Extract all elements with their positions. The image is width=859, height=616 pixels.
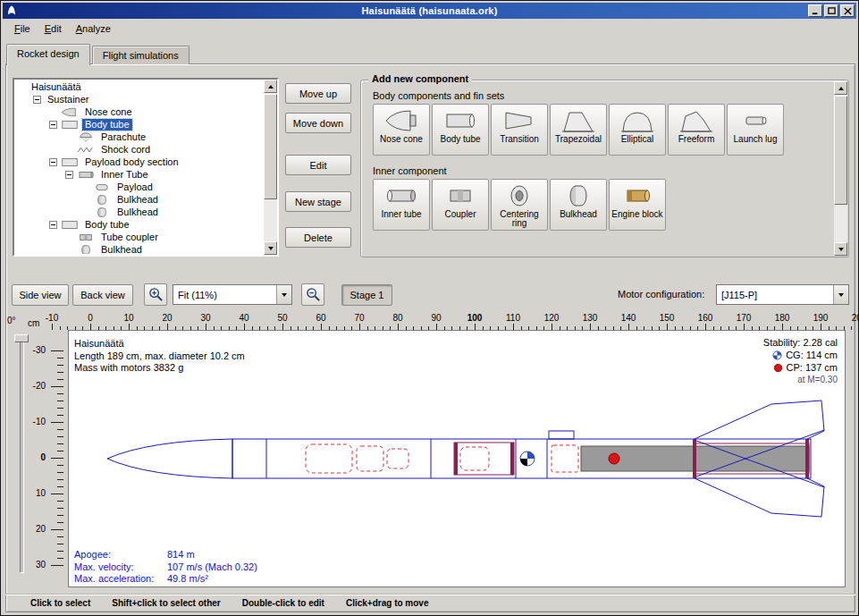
ruler-tick (436, 324, 437, 330)
ruler-tick (57, 408, 63, 409)
add-panel-scrollbar[interactable] (834, 81, 847, 256)
tree-item-label[interactable]: Parachute (98, 131, 148, 143)
move-up-button[interactable]: Move up (285, 83, 351, 104)
menu-analyze[interactable]: Analyze (69, 21, 118, 37)
chevron-down-icon[interactable] (276, 285, 291, 304)
tree-item-bulkhead[interactable]: Bulkhead (15, 243, 263, 254)
scroll-up-button[interactable] (834, 81, 847, 95)
statusbar: Click to selectShift+click to select oth… (5, 594, 855, 611)
add-centering-ring-button[interactable]: Centering ring (491, 179, 548, 231)
centering-ring-shape[interactable] (693, 439, 696, 478)
bulkhead-shape[interactable] (454, 443, 458, 475)
delete-button[interactable]: Delete (285, 227, 351, 248)
tree-item-tube-coupler[interactable]: Tube coupler (15, 231, 263, 243)
add-launch-lug-button[interactable]: Launch lug (727, 104, 784, 156)
scroll-down-button[interactable] (834, 242, 847, 256)
payload-shape[interactable] (460, 447, 489, 470)
parachute-shape[interactable] (306, 444, 352, 473)
tree-item-payload[interactable]: Payload (15, 181, 263, 193)
ruler-tick (206, 324, 206, 330)
motor-configuration-combobox[interactable]: [J115-P] (716, 284, 849, 305)
tree-item-nose-cone[interactable]: Nose cone (15, 105, 263, 118)
tube-coupler-shape[interactable] (552, 445, 578, 472)
ruler-tick (851, 326, 852, 330)
tree-item-label[interactable]: Inner Tube (98, 169, 151, 181)
lower-fin-shape[interactable] (695, 478, 824, 517)
chevron-down-icon[interactable] (833, 285, 848, 304)
tree-item-label[interactable]: Payload body section (82, 156, 181, 168)
add-engine-block-button[interactable]: Engine block (609, 179, 666, 231)
tree-item-label[interactable]: Body tube (82, 119, 132, 131)
new-stage-button[interactable]: New stage (285, 191, 351, 212)
tree-expander-icon[interactable] (49, 221, 57, 229)
tree-item-payload-body-section[interactable]: Payload body section (15, 156, 263, 168)
tree-item-label[interactable]: Bulkhead (114, 194, 161, 206)
scroll-up-button[interactable] (264, 80, 277, 93)
tree-item-bulkhead[interactable]: Bulkhead (15, 193, 263, 206)
rocket-canvas[interactable]: Haisunäätä Length 189 cm, max. diameter … (68, 330, 846, 587)
add-elliptical-button[interactable]: Elliptical (609, 104, 666, 156)
add-freeform-button[interactable]: Freeform (668, 104, 725, 156)
tree-expander-icon[interactable] (49, 121, 57, 129)
tree-item-body-tube[interactable]: Body tube (15, 118, 263, 131)
tab-flight-simulations[interactable]: Flight simulations (92, 46, 189, 64)
tree-item-label[interactable]: Nose cone (82, 106, 135, 118)
tree-expander-icon[interactable] (49, 158, 57, 166)
tree-item-inner-tube[interactable]: Inner Tube (15, 168, 263, 181)
tab-rocket-design[interactable]: Rocket design (6, 44, 90, 65)
tree-item-label[interactable]: Payload (114, 181, 156, 193)
add-transition-button[interactable]: Transition (491, 104, 548, 156)
tree-item-haisun-t[interactable]: Haisunäätä (15, 80, 263, 93)
zoom-out-button[interactable] (301, 283, 324, 306)
bulkhead-shape[interactable] (510, 443, 514, 475)
menu-file[interactable]: File (7, 21, 38, 37)
add-nose-cone-button[interactable]: Nose cone (373, 104, 430, 156)
flight-stat-row: Max. velocity:107 m/s (Mach 0.32) (74, 561, 257, 574)
tree-item-label[interactable]: Body tube (82, 219, 132, 231)
zoom-combobox[interactable]: Fit (11%) (173, 284, 292, 305)
side-view-button[interactable]: Side view (12, 284, 69, 306)
zoom-in-button[interactable] (144, 283, 167, 306)
titlebar[interactable]: Haisunäätä (haisunaata.ork) (3, 3, 856, 19)
upper-fin-shape[interactable] (695, 401, 824, 439)
tree-item-sustainer[interactable]: Sustainer (15, 93, 263, 105)
tree-item-label[interactable]: Sustainer (45, 94, 91, 105)
maximize-button[interactable] (824, 4, 838, 17)
scrollbar-thumb[interactable] (264, 94, 277, 199)
ruler-tick (51, 494, 63, 494)
bulkhead-icon (93, 207, 111, 217)
nose-cone-shape[interactable] (107, 439, 232, 478)
shock-cord-shape[interactable] (387, 449, 408, 468)
scroll-down-button[interactable] (264, 241, 277, 255)
scrollbar-thumb[interactable] (834, 96, 847, 205)
add-body-tube-button[interactable]: Body tube (432, 104, 489, 156)
add-coupler-button[interactable]: Coupler (432, 179, 489, 231)
stage-1-button[interactable]: Stage 1 (341, 284, 392, 306)
close-button[interactable] (840, 4, 855, 17)
move-down-button[interactable]: Move down (285, 113, 351, 133)
tree-item-label[interactable]: Tube coupler (98, 232, 161, 243)
component-button-label: Body tube (440, 135, 480, 144)
tree-item-parachute[interactable]: Parachute (15, 131, 263, 143)
edit-button[interactable]: Edit (285, 155, 351, 175)
centering-ring-shape[interactable] (805, 439, 809, 478)
tree-item-label[interactable]: Shock cord (98, 144, 153, 156)
back-view-button[interactable]: Back view (72, 284, 133, 306)
tree-expander-icon[interactable] (33, 96, 41, 104)
tree-scrollbar[interactable] (264, 80, 277, 255)
launch-lug-shape[interactable] (549, 431, 574, 439)
tree-item-label[interactable]: Haisunäätä (29, 81, 84, 93)
tree-item-label[interactable]: Bulkhead (98, 244, 145, 255)
minimize-button[interactable] (808, 4, 822, 17)
shock-cord-shape[interactable] (357, 446, 383, 471)
add-bulkhead-button[interactable]: Bulkhead (550, 179, 607, 231)
tree-expander-icon[interactable] (65, 171, 73, 179)
add-trapezoidal-button[interactable]: Trapezoidal (550, 104, 607, 156)
add-inner-tube-button[interactable]: Inner tube (373, 179, 430, 231)
ruler-tick (782, 324, 783, 330)
tree-item-shock-cord[interactable]: Shock cord (15, 143, 263, 156)
tree-item-label[interactable]: Bulkhead (114, 207, 161, 218)
tree-item-bulkhead[interactable]: Bulkhead (15, 206, 263, 218)
tree-item-body-tube[interactable]: Body tube (15, 218, 263, 231)
menu-edit[interactable]: Edit (38, 21, 69, 37)
